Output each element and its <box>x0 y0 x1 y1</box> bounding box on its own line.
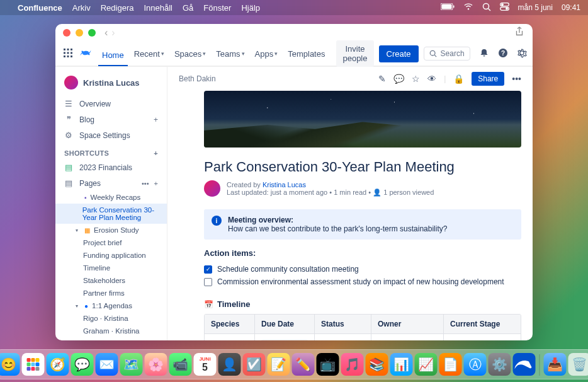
forward-button[interactable]: › <box>111 27 115 38</box>
finder-icon[interactable]: 😊 <box>0 353 20 376</box>
freeform-icon[interactable]: ✏️ <box>292 353 315 376</box>
page-header-image <box>204 91 521 148</box>
system-settings-icon[interactable]: ⚙️ <box>489 353 511 376</box>
tv-icon[interactable]: 📺 <box>317 353 339 376</box>
photos-icon[interactable]: 🌸 <box>145 353 167 376</box>
battery-icon[interactable] <box>441 3 455 12</box>
lock-icon[interactable]: 🔒 <box>453 74 464 84</box>
star-icon[interactable]: ☆ <box>412 74 420 84</box>
tree-rigo[interactable]: Rigo · Kristina <box>55 312 167 325</box>
tree-partners[interactable]: Partner firms <box>55 287 167 299</box>
svg-rect-22 <box>27 358 31 362</box>
zoom-button[interactable] <box>88 29 96 37</box>
author-avatar-icon[interactable] <box>204 180 220 197</box>
control-center-icon[interactable] <box>500 3 509 13</box>
safari-icon[interactable]: 🧭 <box>47 353 69 376</box>
music-icon[interactable]: 🎵 <box>341 353 364 376</box>
more-actions-icon[interactable]: ••• <box>512 74 521 84</box>
close-button[interactable] <box>63 29 71 37</box>
add-blog-icon[interactable]: + <box>154 115 158 124</box>
menubar-date[interactable]: mån 5 juni <box>518 3 553 12</box>
menubar-ga[interactable]: Gå <box>183 3 193 13</box>
menubar-hjalp[interactable]: Hjälp <box>241 3 260 13</box>
trash-icon[interactable]: 🗑️ <box>568 353 589 376</box>
edit-icon[interactable]: ✎ <box>378 74 386 84</box>
nav-apps[interactable]: Apps▾ <box>251 47 282 61</box>
tree-erosion[interactable]: ▾▦Erosion Study <box>55 224 167 236</box>
tree-graham[interactable]: Graham · Kristina <box>55 325 167 337</box>
col-status: Status <box>315 315 371 333</box>
tree-park-plan[interactable]: Park Conservation 30-Year Plan Meeting <box>55 204 167 224</box>
sidebar-blog[interactable]: ❞Blog+ <box>55 112 167 127</box>
back-button[interactable]: ‹ <box>105 27 108 38</box>
search-icon <box>429 50 437 57</box>
tree-stakeholders[interactable]: Stakeholders <box>55 274 167 287</box>
app-switcher-icon[interactable] <box>63 48 73 60</box>
keynote-icon[interactable]: 📊 <box>390 353 413 376</box>
sidebar-overview[interactable]: ☰Overview <box>55 96 167 112</box>
pages-icon[interactable]: 📄 <box>439 353 462 376</box>
launchpad-icon[interactable] <box>22 353 45 376</box>
minimize-button[interactable] <box>76 29 83 37</box>
nav-recent[interactable]: Recent▾ <box>130 47 168 61</box>
titlebar-share-icon[interactable] <box>515 26 524 39</box>
nav-spaces[interactable]: Spaces▾ <box>171 47 210 61</box>
author-link[interactable]: Kristina Lucas <box>263 181 306 188</box>
checkbox-2[interactable] <box>204 278 212 286</box>
sidebar-settings[interactable]: ⚙Space Settings <box>55 127 167 143</box>
tree-funding[interactable]: Funding application <box>55 249 167 262</box>
reminders-icon[interactable]: ☑️ <box>243 353 266 376</box>
menubar-innehall[interactable]: Innehåll <box>144 3 172 13</box>
breadcrumb-author[interactable]: Beth Dakin <box>179 74 216 83</box>
create-button[interactable]: Create <box>379 45 419 62</box>
nav-home[interactable]: Home <box>98 48 128 66</box>
numbers-icon[interactable]: 📈 <box>415 353 438 376</box>
menubar-redigera[interactable]: Redigera <box>101 3 134 13</box>
menubar-app[interactable]: Confluence <box>18 3 62 13</box>
pages-tree-toggle[interactable]: ▤Pages <box>55 175 142 191</box>
mail-icon[interactable]: ✉️ <box>96 353 118 376</box>
space-header[interactable]: Kristina Lucas <box>55 73 167 96</box>
appstore-icon[interactable]: Ⓐ <box>464 353 487 376</box>
calendar-icon[interactable]: JUNI5 <box>194 353 217 376</box>
tree-project-brief[interactable]: Project brief <box>55 236 167 249</box>
nav-teams[interactable]: Teams▾ <box>212 47 248 61</box>
menubar-fonster[interactable]: Fönster <box>203 3 231 13</box>
pages-more-icon[interactable]: ••• <box>142 180 149 187</box>
invite-button[interactable]: Invite people <box>336 40 373 67</box>
tree-agendas[interactable]: ▾●1:1 Agendas <box>55 299 167 312</box>
menubar-time[interactable]: 09:41 <box>562 3 580 12</box>
help-icon[interactable]: ? <box>498 48 508 60</box>
shortcut-financials[interactable]: ▤2023 Financials <box>55 159 167 175</box>
notifications-icon[interactable] <box>479 48 489 60</box>
tree-timeline[interactable]: Timeline <box>55 262 167 274</box>
messages-icon[interactable]: 💬 <box>71 353 94 376</box>
chevron-down-icon[interactable]: ▾ <box>76 228 81 233</box>
add-shortcut-icon[interactable]: + <box>154 149 158 157</box>
confluence-dock-icon[interactable] <box>513 353 536 376</box>
cell-stage: Analyzing data <box>444 334 521 340</box>
downloads-icon[interactable]: 📥 <box>544 353 567 376</box>
timeline-table: Species Due Date Status Owner Current St… <box>204 314 521 340</box>
spotlight-icon[interactable] <box>482 3 491 13</box>
maps-icon[interactable]: 🗺️ <box>120 353 143 376</box>
checkbox-1[interactable]: ✓ <box>204 265 212 274</box>
tree-weekly-recaps[interactable]: ▪Weekly Recaps <box>55 191 167 204</box>
watch-icon[interactable]: 👁 <box>427 74 436 84</box>
confluence-logo-icon[interactable] <box>79 47 92 61</box>
chevron-down-icon: ▾ <box>274 50 278 57</box>
books-icon[interactable]: 📚 <box>366 353 388 376</box>
wifi-icon[interactable] <box>463 3 473 13</box>
facetime-icon[interactable]: 📹 <box>169 353 192 376</box>
chevron-down-icon[interactable]: ▾ <box>76 303 81 309</box>
settings-icon[interactable] <box>517 48 527 60</box>
comment-icon[interactable]: 💬 <box>393 74 404 84</box>
calendar-icon: 📅 <box>204 300 213 309</box>
notes-icon[interactable]: 📝 <box>268 353 290 376</box>
add-page-icon[interactable]: + <box>154 180 158 187</box>
nav-templates[interactable]: Templates <box>284 47 329 61</box>
search-input[interactable]: Search <box>424 47 470 61</box>
contacts-icon[interactable]: 👤 <box>218 353 241 376</box>
share-button[interactable]: Share <box>472 72 504 86</box>
menubar-arkiv[interactable]: Arkiv <box>72 3 91 13</box>
